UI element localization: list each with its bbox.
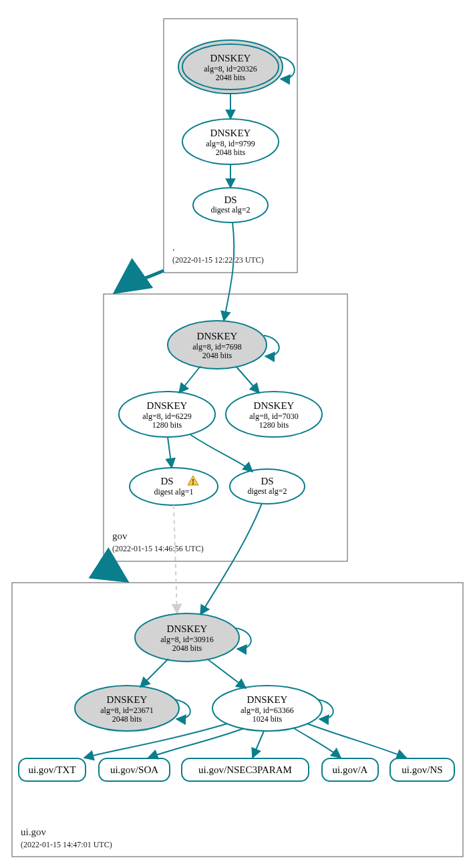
node-gov-zsk1: DNSKEY alg=8, id=6229 1280 bits (119, 392, 215, 437)
node-ui-ksk: DNSKEY alg=8, id=30916 2048 bits (135, 613, 239, 662)
edge-govksk-zsk2 (236, 366, 259, 393)
zone-root: . (2022-01-15 12:22:23 UTC) DNSKEY alg=8… (164, 19, 297, 273)
gov-ds1-title: DS (160, 476, 173, 486)
node-ui-zsk: DNSKEY alg=8, id=63366 1024 bits (212, 686, 322, 731)
edge-govzsk1-ds2 (190, 434, 253, 472)
node-gov-ds2: DS digest alg=2 (230, 469, 305, 504)
ui-zsk-bits: 1024 bits (253, 714, 283, 724)
edge-govzsk1-ds1 (168, 437, 172, 468)
root-ksk-bits: 2048 bits (216, 73, 246, 82)
edge-zsk-nsec (253, 731, 264, 758)
edge-uiksk-ksk2 (140, 659, 168, 687)
gov-zsk1-bits: 1280 bits (152, 420, 182, 430)
zone-uigov-ts: (2022-01-15 14:47:01 UTC) (21, 840, 112, 849)
ui-ksk-bits: 2048 bits (172, 643, 202, 653)
gov-zsk2-bits: 1280 bits (259, 420, 289, 430)
gov-ds1-alg: digest alg=1 (154, 487, 193, 496)
ui-ksk2-title: DNSKEY (107, 694, 148, 705)
gov-ksk-title: DNSKEY (197, 331, 238, 341)
root-ds-title: DS (224, 194, 236, 205)
root-ksk-alg: alg=8, id=20326 (204, 64, 257, 74)
node-root-ksk: DNSKEY alg=8, id=20326 2048 bits (178, 40, 283, 94)
root-zsk-bits: 2048 bits (216, 148, 246, 157)
rr-txt-label: ui.gov/TXT (28, 764, 75, 775)
zone-gov-name: gov (112, 531, 128, 541)
gov-zsk1-alg: alg=8, id=6229 (142, 412, 192, 421)
gov-zsk2-alg: alg=8, id=7030 (249, 412, 299, 421)
rr-nsec: ui.gov/NSEC3PARAM (182, 758, 309, 781)
gov-ksk-bits: 2048 bits (202, 351, 232, 360)
gov-ds2-alg: digest alg=2 (247, 486, 287, 496)
gov-zsk1-title: DNSKEY (147, 400, 188, 411)
ui-ksk2-alg: alg=8, id=23671 (100, 706, 154, 715)
ui-zsk-alg: alg=8, id=63366 (241, 706, 294, 715)
edge-zsk-ns (307, 724, 406, 758)
root-zsk-alg: alg=8, id=9799 (206, 139, 255, 148)
rr-a-label: ui.gov/A (333, 764, 368, 775)
edge-rootds-govksk (224, 223, 234, 321)
edge-delegation-gov-ui (110, 559, 126, 581)
ui-ksk-alg: alg=8, id=30916 (160, 635, 214, 644)
root-ksk-title: DNSKEY (210, 53, 251, 63)
zone-uigov: ui.gov (2022-01-15 14:47:01 UTC) DNSKEY … (12, 503, 463, 857)
rr-ns-label: ui.gov/NS (402, 764, 442, 775)
root-ds-alg: digest alg=2 (210, 205, 250, 214)
ui-zsk-title: DNSKEY (247, 694, 288, 705)
rr-txt: ui.gov/TXT (19, 758, 86, 781)
zone-root-name: . (172, 242, 175, 253)
svg-point-9 (130, 468, 218, 505)
rr-ns: ui.gov/NS (390, 758, 454, 781)
root-zsk-title: DNSKEY (210, 128, 251, 138)
edge-govds2-uiksk (200, 503, 262, 615)
edge-govksk-zsk1 (179, 366, 200, 393)
node-gov-ds1: DS digest alg=1 ! (130, 468, 218, 505)
node-gov-zsk2: DNSKEY alg=8, id=7030 1280 bits (226, 392, 322, 437)
svg-text:!: ! (192, 477, 194, 486)
rr-nsec-label: ui.gov/NSEC3PARAM (198, 764, 292, 775)
rr-soa: ui.gov/SOA (99, 758, 170, 781)
edge-uiksk-zsk (207, 659, 246, 688)
gov-zsk2-title: DNSKEY (254, 400, 295, 411)
zone-uigov-name: ui.gov (21, 827, 46, 837)
rr-soa-label: ui.gov/SOA (110, 764, 158, 775)
ui-ksk2-bits: 2048 bits (112, 714, 142, 724)
zone-gov: gov (2022-01-15 14:46:56 UTC) DNSKEY alg… (104, 223, 347, 561)
node-root-zsk: DNSKEY alg=8, id=9799 2048 bits (182, 119, 279, 164)
node-gov-ksk: DNSKEY alg=8, id=7698 2048 bits (168, 321, 267, 369)
zone-root-ts: (2022-01-15 12:22:23 UTC) (172, 255, 264, 265)
gov-ksk-alg: alg=8, id=7698 (192, 342, 242, 351)
zone-gov-ts: (2022-01-15 14:46:56 UTC) (112, 544, 204, 553)
ui-ksk-title: DNSKEY (167, 623, 208, 634)
edge-delegation-root-gov (116, 271, 164, 292)
node-root-ds: DS digest alg=2 (193, 188, 268, 223)
gov-ds2-title: DS (261, 476, 273, 486)
node-ui-ksk2: DNSKEY alg=8, id=23671 2048 bits (75, 686, 179, 731)
rr-a: ui.gov/A (322, 758, 378, 781)
edge-govds1-uiksk (174, 505, 177, 613)
